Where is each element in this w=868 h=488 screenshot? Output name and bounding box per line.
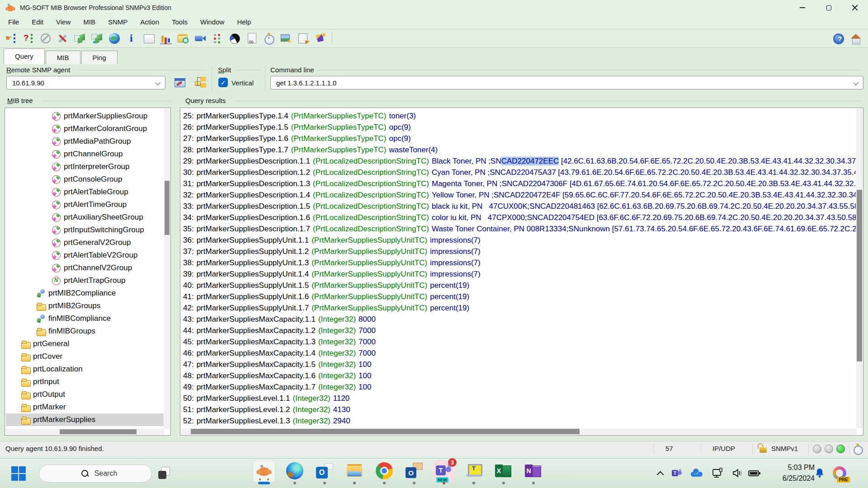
menu-item[interactable]: View (50, 15, 77, 29)
scrollbar-thumb[interactable] (165, 181, 170, 235)
stop-button[interactable] (37, 31, 54, 46)
stopwatch-icon[interactable] (853, 444, 863, 455)
result-row[interactable]: 43:prtMarkerSuppliesMaxCapacity.1.1(Inte… (183, 314, 856, 325)
scrollbar-thumb[interactable] (60, 429, 137, 434)
tray-display[interactable] (710, 465, 725, 481)
result-row[interactable]: 42:prtMarkerSuppliesSupplyUnit.1.7(PrtMa… (183, 302, 856, 314)
menu-item[interactable]: File (2, 15, 25, 29)
tree-item[interactable]: prtMarkerSuppliesGroup (6, 110, 164, 122)
tree-item[interactable]: prtInput (6, 375, 164, 388)
tray-copilot[interactable]: PRE (832, 465, 847, 481)
result-row[interactable]: 46:prtMarkerSuppliesMaxCapacity.1.4(Inte… (183, 347, 856, 359)
command-line-combobox[interactable]: get 1.3.6.1.2.1.1.1.0 (270, 76, 863, 89)
result-row[interactable]: 25:prtMarkerSuppliesType.1.4(PrtMarkerSu… (183, 110, 856, 122)
result-row[interactable]: 31:prtMarkerSuppliesDescription.1.3(PrtL… (183, 178, 856, 189)
tree-item[interactable]: prtOutput (6, 388, 164, 401)
table-view-button[interactable] (140, 31, 157, 46)
info-button[interactable] (123, 31, 140, 46)
result-row[interactable]: 49:prtMarkerSuppliesMaxCapacity.1.7(Inte… (183, 381, 856, 393)
walk-subtree-button[interactable] (71, 31, 89, 46)
chart-view-button[interactable] (157, 31, 175, 46)
scrollbar-thumb[interactable] (857, 190, 862, 361)
taskbar-app-teams[interactable]: T 3 NEW (433, 460, 455, 482)
tray-volume[interactable] (730, 465, 745, 481)
tree-item[interactable]: prtInputSwitchingGroup (6, 224, 164, 236)
result-row[interactable]: 26:prtMarkerSuppliesType.1.5(PrtMarkerSu… (183, 122, 856, 133)
result-row[interactable]: 52:prtMarkerSuppliesLevel.1.3(Integer32)… (183, 415, 856, 427)
taskbar-app-file-explorer[interactable] (344, 460, 365, 482)
taskbar-app-excel[interactable]: X (493, 460, 514, 482)
tree-item[interactable]: prtAlertTrapGroup (6, 274, 164, 287)
start-button[interactable] (11, 466, 26, 481)
tree-item[interactable]: prtMediaPathGroup (6, 135, 164, 148)
tree-item[interactable]: finMIBGroups (6, 325, 164, 338)
tab[interactable]: Ping (81, 51, 118, 64)
menu-item[interactable]: Edit (25, 15, 50, 29)
trap-camera-button[interactable] (192, 31, 209, 46)
result-row[interactable]: 40:prtMarkerSuppliesSupplyUnit.1.5(PrtMa… (183, 280, 856, 291)
menu-item[interactable]: SNMP (102, 15, 134, 29)
tree-item[interactable]: prtAlertTableV2Group (6, 249, 164, 262)
vertical-checkbox[interactable]: ✓ (218, 78, 228, 87)
taskbar-app-outlook-classic[interactable]: O (403, 460, 425, 482)
tree-item[interactable]: prtLocalization (6, 363, 164, 375)
tree-item[interactable]: prtAlertTimeGroup (6, 198, 164, 211)
set-agent-button[interactable] (172, 76, 188, 89)
menu-item[interactable]: MIB (77, 15, 102, 29)
tree-item[interactable]: prtChannelGroup (6, 148, 164, 160)
mib-search-button[interactable] (175, 31, 192, 46)
tree-item[interactable]: prtConsoleGroup (6, 173, 164, 186)
tray-notifications[interactable] (812, 465, 827, 481)
taskbar-app-outlook[interactable]: O (314, 460, 335, 482)
task-view-button[interactable] (158, 468, 172, 481)
tray-battery[interactable] (747, 465, 762, 481)
tools-button[interactable] (54, 31, 71, 46)
menu-item[interactable]: Window (194, 15, 231, 29)
chevron-down-icon[interactable] (155, 80, 160, 85)
tray-expand-button[interactable] (652, 465, 668, 481)
scrollbar-thumb[interactable] (191, 429, 580, 434)
taskbar-app-chrome[interactable] (373, 460, 395, 482)
tree-horizontal-scrollbar[interactable] (5, 429, 164, 435)
close-button[interactable] (842, 0, 868, 15)
result-row[interactable]: 29:prtMarkerSuppliesDescription.1.1(PrtL… (183, 155, 856, 167)
result-row[interactable]: 45:prtMarkerSuppliesMaxCapacity.1.3(Inte… (183, 336, 856, 347)
maximize-button[interactable] (816, 0, 842, 15)
tree-item[interactable]: prtMarkerColorantGroup (6, 122, 164, 135)
tree-item[interactable]: finMIBCompliance (6, 312, 164, 325)
tree-item[interactable]: prtMIB2Compliance (6, 287, 164, 300)
taskbar-app-mib-browser[interactable] (253, 460, 275, 482)
results-vertical-scrollbar[interactable] (856, 108, 863, 428)
quick-query-button[interactable] (20, 31, 37, 46)
help-button[interactable] (830, 31, 847, 47)
tray-teams[interactable]: T (669, 465, 684, 481)
report-button[interactable] (243, 31, 260, 46)
chevron-down-icon[interactable] (853, 80, 858, 85)
taskbar-app-terminal-t[interactable]: T (463, 460, 485, 482)
tree-item[interactable]: prtGeneralV2Group (6, 236, 164, 249)
tree-item[interactable]: prtInterpreterGroup (6, 160, 164, 173)
result-row[interactable]: 27:prtMarkerSuppliesType.1.6(PrtMarkerSu… (183, 133, 856, 144)
taskbar-search[interactable]: Search (39, 465, 152, 483)
properties-button[interactable] (209, 31, 226, 46)
remote-agent-combobox[interactable]: 10.61.9.90 (6, 76, 165, 89)
notes-button[interactable] (295, 31, 312, 46)
result-row[interactable]: 37:prtMarkerSuppliesSupplyUnit.1.2(PrtMa… (183, 246, 856, 257)
tree-item[interactable]: prtAuxiliarySheetGroup (6, 211, 164, 224)
taskbar-app-edge[interactable] (284, 460, 306, 482)
result-row[interactable]: 48:prtMarkerSuppliesMaxCapacity.1.6(Inte… (183, 370, 856, 381)
result-row[interactable]: 32:prtMarkerSuppliesDescription.1.4(PrtL… (183, 189, 856, 201)
menu-item[interactable]: Help (231, 15, 257, 29)
result-row[interactable]: 51:prtMarkerSuppliesLevel.1.2(Integer32)… (183, 404, 856, 415)
tree-item[interactable]: prtMarker (6, 401, 164, 413)
network-button[interactable] (106, 31, 123, 46)
minimize-button[interactable] (789, 0, 816, 15)
result-row[interactable]: 47:prtMarkerSuppliesMaxCapacity.1.5(Inte… (183, 359, 856, 370)
result-row[interactable]: 36:prtMarkerSuppliesSupplyUnit.1.1(PrtMa… (183, 235, 856, 246)
pie-chart-button[interactable] (226, 31, 243, 46)
tree-item[interactable]: prtMarkerSupplies (6, 413, 164, 426)
table-walk-button[interactable] (89, 31, 106, 46)
tree-item[interactable]: prtChannelV2Group (6, 262, 164, 274)
stopwatch-button[interactable] (260, 31, 278, 46)
tab[interactable]: MIB (46, 51, 80, 64)
